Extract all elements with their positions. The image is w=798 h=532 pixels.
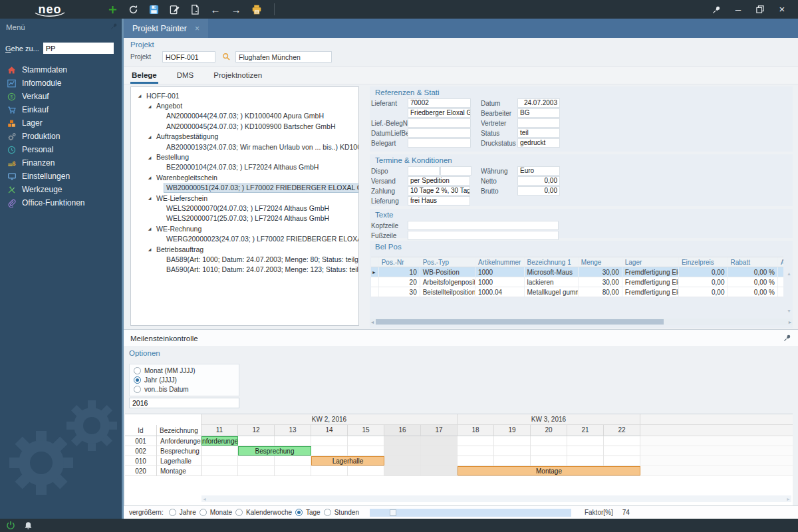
field-value[interactable]: frei Haus: [408, 196, 470, 205]
scroll-right-icon[interactable]: ►: [785, 497, 791, 501]
field-value[interactable]: teil: [517, 128, 560, 138]
expand-icon[interactable]: ◢: [145, 175, 154, 180]
pin-icon[interactable]: [110, 23, 118, 31]
gantt-bar-lagerhalle[interactable]: Lagerhalle: [311, 456, 384, 466]
column-header[interactable]: Einzelpreis: [679, 257, 728, 267]
projekt-code-field[interactable]: HOFF-001: [162, 51, 215, 63]
field-value[interactable]: [408, 128, 471, 138]
column-header[interactable]: Pos.-Nr: [379, 257, 420, 267]
zoom-slider-thumb[interactable]: [390, 509, 396, 516]
field-value[interactable]: per Spedition: [408, 176, 470, 186]
radio-monate[interactable]: Monate: [200, 509, 232, 516]
radio-stunden[interactable]: Stunden: [324, 509, 359, 516]
tab-belege[interactable]: Belege: [130, 71, 158, 84]
tree-item[interactable]: ◢ Warenbegleitschein: [131, 172, 358, 182]
tree-item[interactable]: ◢ WELS20000070(24.07.03; ) LF72024 Altha…: [131, 203, 358, 213]
back-icon[interactable]: ←: [209, 3, 221, 15]
power-icon[interactable]: [6, 521, 15, 530]
bell-icon[interactable]: [24, 521, 33, 530]
sidebar-item-personal[interactable]: Personal: [0, 143, 124, 156]
print-icon[interactable]: [251, 3, 263, 15]
projekt-name-field[interactable]: Flughafen München: [235, 51, 332, 63]
gantt-bar-besprechung[interactable]: Besprechung: [238, 446, 311, 456]
tab-projektnotizen[interactable]: Projektnotizen: [212, 71, 263, 84]
expand-icon[interactable]: ◢: [145, 247, 154, 251]
tree-item[interactable]: ◢ WE-Lieferschein: [131, 193, 358, 203]
table-row[interactable]: 30Beistellteilposition1000.04Metallkugel…: [371, 287, 783, 297]
search-icon[interactable]: [221, 53, 231, 61]
year-input[interactable]: [129, 398, 239, 408]
field-value[interactable]: [408, 231, 559, 240]
gantt-bar-anforderungen[interactable]: Anforderungen: [201, 436, 238, 446]
save-icon[interactable]: [148, 3, 160, 15]
field-value[interactable]: BG: [517, 108, 560, 118]
tab-dms[interactable]: DMS: [176, 71, 196, 84]
column-header[interactable]: Lager: [622, 257, 679, 267]
field-value[interactable]: Friedberger Eloxal GmbH: [408, 108, 471, 118]
sidebar-item-einkauf[interactable]: Einkauf: [0, 103, 124, 116]
field-value[interactable]: [408, 118, 471, 128]
tree-item[interactable]: ◢ WERG20000023(24.07.03; ) LF70002 FRIED…: [131, 233, 358, 243]
radio-jahr-jjjj[interactable]: Jahr (JJJJ): [134, 376, 235, 384]
scroll-right-icon[interactable]: ►: [787, 320, 793, 325]
sidebar-item-produktion[interactable]: Produktion: [0, 130, 124, 143]
expand-icon[interactable]: ◢: [145, 104, 154, 108]
field-value[interactable]: [440, 166, 472, 176]
column-header[interactable]: Pos.-Typ: [420, 257, 475, 267]
refresh-icon[interactable]: [127, 3, 139, 15]
expand-icon[interactable]: ◢: [145, 134, 154, 139]
sidebar-item-werkzeuge[interactable]: Werkzeuge: [0, 183, 124, 196]
field-value[interactable]: [408, 138, 471, 148]
forward-icon[interactable]: →: [230, 3, 242, 15]
close-icon[interactable]: ×: [777, 4, 787, 15]
scroll-left-icon[interactable]: ◄: [201, 497, 207, 501]
tree-item[interactable]: ◢ HOFF-001: [131, 90, 358, 100]
tree-item[interactable]: ◢ WE-Rechnung: [131, 223, 358, 233]
tree-item[interactable]: ◢ Betriebsauftrag: [131, 244, 358, 254]
field-value[interactable]: 24.07.2003: [517, 98, 560, 108]
column-header[interactable]: Artikelnummer: [475, 257, 525, 267]
field-value[interactable]: 70002: [408, 98, 471, 108]
tree-item[interactable]: ◢ BA590(Art: 1010; Datum: 24.07.2003; Me…: [131, 265, 358, 275]
field-value[interactable]: [408, 166, 440, 176]
scroll-left-icon[interactable]: ◄: [370, 320, 375, 325]
field-value[interactable]: 0,00: [517, 176, 560, 186]
pin-icon[interactable]: [783, 334, 791, 343]
field-value[interactable]: Euro: [517, 166, 560, 176]
radio-jahre[interactable]: Jahre: [169, 509, 196, 516]
sidebar-item-finanzen[interactable]: $ Finanzen: [0, 156, 124, 170]
close-tab-icon[interactable]: ×: [195, 24, 200, 33]
column-header[interactable]: Rabatt: [728, 257, 778, 267]
scroll-down-icon[interactable]: ▼: [787, 309, 791, 313]
field-value[interactable]: [517, 118, 560, 128]
tree-item[interactable]: ◢ AB20000193(24.07.03; Wir machen Urlaub…: [131, 142, 358, 152]
radio-von-bis-datum[interactable]: von..bis Datum: [134, 386, 235, 393]
document-icon[interactable]: [189, 3, 201, 15]
radio-kalenderwoche[interactable]: Kalenderwoche: [235, 509, 292, 516]
sidebar-item-infomodule[interactable]: Infomodule: [0, 76, 124, 90]
tree-item[interactable]: ◢ WB20000051(24.07.03; ) LF70002 FRIEDBE…: [131, 183, 358, 193]
pin-icon[interactable]: [711, 4, 722, 15]
belpos-horizontal-scrollbar[interactable]: ◄ ►: [370, 319, 793, 325]
field-value[interactable]: gedruckt: [517, 138, 560, 148]
sidebar-item-verkauf[interactable]: $ Verkauf: [0, 90, 124, 103]
sidebar-item-einstellungen[interactable]: Einstellungen: [0, 170, 124, 183]
column-header[interactable]: Menge: [579, 257, 622, 267]
radio-tage[interactable]: Tage: [295, 509, 321, 516]
expand-icon[interactable]: ◢: [145, 196, 154, 200]
tree-item[interactable]: ◢ Auftragsbestätigung: [131, 132, 358, 142]
table-row[interactable]: ►10WB-Position1000Microsoft-Maus30,00Fre…: [371, 267, 783, 277]
minimize-icon[interactable]: –: [733, 4, 743, 15]
field-value[interactable]: 10 Tage 2 %, 30 Tage netto: [408, 186, 470, 196]
tree-item[interactable]: ◢ AN20000044(24.07.03; ) KD1000400 Apura…: [131, 111, 358, 121]
sidebar-item-stammdaten[interactable]: Stammdaten: [0, 63, 124, 76]
scroll-up-icon[interactable]: ▲: [787, 271, 791, 276]
table-row[interactable]: 20Arbeitsfolgenposition1000lackieren30,0…: [371, 277, 783, 287]
tree-item[interactable]: ◢ AN20000045(24.07.03; ) KD1009900 Barts…: [131, 121, 358, 131]
gantt-horizontal-scrollbar[interactable]: ◄ ►: [201, 495, 791, 502]
tree-item[interactable]: ◢ Bestellung: [131, 152, 358, 162]
restore-icon[interactable]: [755, 4, 765, 15]
tree-item[interactable]: ◢ Angebot: [131, 100, 358, 110]
tab-projekt-painter[interactable]: Projekt Painter ×: [124, 19, 208, 38]
tree-item[interactable]: ◢ BA589(Art: 1000; Datum: 24.07.2003; Me…: [131, 254, 358, 264]
